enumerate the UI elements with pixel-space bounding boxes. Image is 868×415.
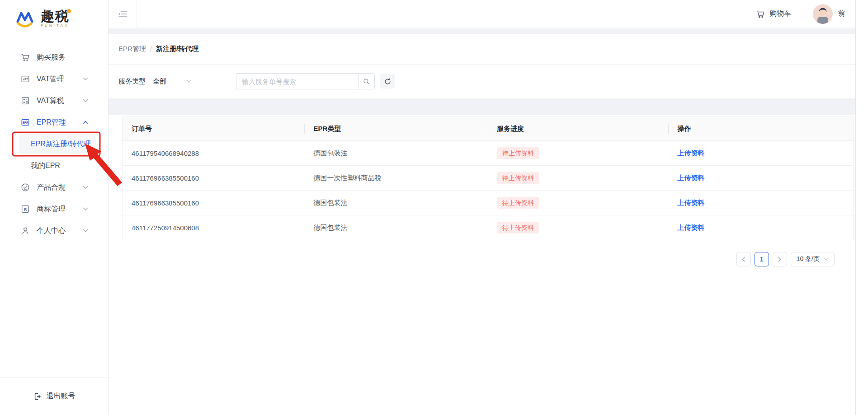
sidebar-item-product-compliance[interactable]: 产品合规 — [0, 177, 108, 198]
chevron-down-icon — [83, 186, 88, 189]
breadcrumb: EPR管理 / 新注册/转代理 — [108, 34, 855, 65]
scrollbar-track[interactable] — [855, 0, 868, 415]
status-badge: 待上传资料 — [497, 197, 539, 209]
sidebar-subitem-epr-new-registration[interactable]: EPR新注册/转代理 — [0, 133, 108, 155]
service-type-value: 全部 — [153, 77, 166, 86]
column-header-action: 操作 — [668, 117, 853, 140]
upload-link[interactable]: 上传资料 — [677, 174, 704, 182]
topbar-right: 购物车 翁 — [755, 4, 855, 24]
breadcrumb-parent[interactable]: EPR管理 — [118, 45, 146, 53]
logo-text: 趣税 — [41, 9, 70, 23]
column-header-progress: 服务进度 — [488, 117, 668, 140]
cell-order-no: 461177250914500608 — [123, 215, 304, 240]
search-button[interactable] — [358, 73, 375, 89]
logout-icon — [33, 392, 42, 401]
page-size-select[interactable]: 10 条/页 — [791, 252, 835, 266]
logout-button[interactable]: 退出账号 — [33, 392, 75, 401]
menu-fold-button[interactable] — [108, 0, 137, 28]
sidebar: 趣税 FUN·TAX 购买服务 VAT VAT管理 VAT算税 — [0, 0, 108, 415]
sidebar-item-epr-management[interactable]: EPR EPR管理 — [0, 112, 108, 133]
svg-text:EPR: EPR — [22, 121, 28, 124]
cell-epr-type: 德国一次性塑料商品税 — [304, 166, 488, 190]
chevron-down-icon — [83, 77, 88, 81]
calculator-icon — [20, 96, 30, 106]
sidebar-item-label: 商标管理 — [37, 205, 66, 214]
cell-order-no: 461176966385500160 — [123, 166, 304, 190]
table-row: 461176966385500160 德国包装法 待上传资料 上传资料 — [123, 190, 853, 215]
topbar-cart[interactable]: 购物车 — [755, 9, 791, 19]
search-input[interactable] — [236, 73, 358, 89]
sidebar-item-label: EPR管理 — [37, 118, 66, 127]
topbar-user[interactable]: 翁 — [813, 4, 845, 24]
chevron-down-icon — [83, 99, 88, 103]
pagination: 1 10 条/页 — [122, 252, 854, 266]
upload-link[interactable]: 上传资料 — [677, 224, 704, 232]
logo-dot — [67, 9, 71, 13]
filter-row: 服务类型 全部 — [108, 65, 855, 98]
column-header-epr-type: EPR类型 — [304, 117, 488, 140]
person-icon — [20, 226, 30, 236]
main-area: 购物车 翁 — [108, 0, 855, 415]
svg-text:VAT: VAT — [23, 78, 28, 81]
logout-label: 退出账号 — [47, 392, 75, 401]
orders-table: 订单号 EPR类型 服务进度 操作 461179540668940288 德国包… — [122, 117, 854, 240]
breadcrumb-separator: / — [150, 45, 152, 53]
topbar: 购物车 翁 — [108, 0, 855, 28]
logo[interactable]: 趣税 FUN·TAX — [0, 0, 108, 28]
table-panel: 订单号 EPR类型 服务进度 操作 461179540668940288 德国包… — [108, 115, 855, 415]
cart-label: 购物车 — [769, 9, 791, 19]
sidebar-subitem-my-epr[interactable]: 我的EPR — [0, 155, 108, 177]
sidebar-item-trademark-management[interactable]: R 商标管理 — [0, 198, 108, 220]
sidebar-menu: 购买服务 VAT VAT管理 VAT算税 EPR EPR管理 EPR新注册 — [0, 47, 108, 242]
page-1-button[interactable]: 1 — [755, 252, 769, 266]
logo-subtext: FUN·TAX — [41, 23, 70, 28]
cell-epr-type: 德国包装法 — [304, 191, 488, 215]
service-type-label: 服务类型 — [118, 77, 146, 86]
logout-section: 退出账号 — [0, 377, 108, 415]
table-header: 订单号 EPR类型 服务进度 操作 — [123, 117, 853, 140]
sidebar-item-vat-management[interactable]: VAT VAT管理 — [0, 68, 108, 90]
vat-folder-icon: VAT — [20, 74, 30, 84]
compliance-check-icon — [20, 182, 30, 192]
search-group — [236, 73, 375, 89]
sidebar-item-personal-center[interactable]: 个人中心 — [0, 220, 108, 242]
chevron-up-icon — [83, 121, 88, 124]
table-row: 461176966385500160 德国一次性塑料商品税 待上传资料 上传资料 — [123, 165, 853, 190]
column-header-order-no: 订单号 — [123, 117, 304, 140]
username: 翁 — [838, 9, 845, 19]
sidebar-item-vat-calc[interactable]: VAT算税 — [0, 90, 108, 112]
service-type-select[interactable]: 全部 — [153, 77, 192, 86]
cell-order-no: 461176966385500160 — [123, 191, 304, 215]
sidebar-item-label: VAT算税 — [37, 96, 64, 106]
cell-epr-type: 德国包装法 — [304, 141, 488, 165]
chevron-down-icon — [186, 79, 192, 83]
avatar — [813, 4, 833, 24]
sidebar-item-buy-services[interactable]: 购买服务 — [0, 47, 108, 68]
upload-link[interactable]: 上传资料 — [677, 149, 704, 158]
breadcrumb-filter-panel: EPR管理 / 新注册/转代理 服务类型 全部 — [108, 34, 855, 98]
epr-folder-icon: EPR — [20, 117, 30, 127]
shopping-cart-icon — [755, 9, 765, 19]
trademark-icon: R — [20, 204, 30, 214]
sidebar-subitem-label: 我的EPR — [31, 161, 60, 171]
content-area: EPR管理 / 新注册/转代理 服务类型 全部 — [108, 28, 855, 415]
svg-text:R: R — [24, 207, 27, 212]
prev-page-button[interactable] — [736, 252, 751, 266]
sidebar-item-label: 购买服务 — [37, 53, 66, 62]
table-row: 461177250914500608 德国包装法 待上传资料 上传资料 — [123, 215, 853, 240]
sidebar-subitem-label: EPR新注册/转代理 — [31, 140, 91, 149]
table-row: 461179540668940288 德国包装法 待上传资料 上传资料 — [123, 140, 853, 165]
search-icon — [363, 78, 370, 85]
sidebar-item-label: 个人中心 — [37, 226, 66, 236]
page-size-value: 10 条/页 — [797, 255, 820, 263]
sidebar-item-label: 产品合规 — [37, 183, 66, 192]
chevron-down-icon — [83, 207, 88, 211]
menu-fold-icon — [117, 8, 128, 20]
refresh-button[interactable] — [380, 74, 395, 89]
status-badge: 待上传资料 — [497, 172, 539, 184]
next-page-button[interactable] — [773, 252, 787, 266]
chevron-down-icon — [824, 258, 829, 261]
prev-arrow-icon — [741, 256, 745, 262]
cell-epr-type: 德国包装法 — [304, 215, 488, 240]
upload-link[interactable]: 上传资料 — [677, 199, 704, 207]
